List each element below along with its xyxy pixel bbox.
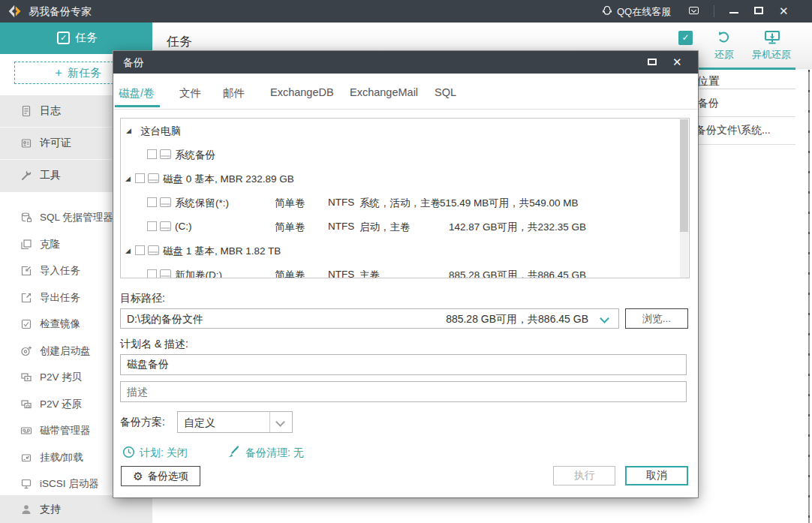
execute-label: 执行	[574, 469, 595, 482]
dialog-title: 备份	[123, 56, 144, 70]
tree-scrollbar-thumb[interactable]	[680, 119, 688, 232]
target-path-label: 目标路径:	[120, 292, 165, 305]
new-task-label: 新任务	[68, 66, 101, 80]
tree-scrollbar[interactable]	[680, 119, 688, 278]
dialog-close-button[interactable]: ✕	[672, 56, 682, 69]
volume-flags: 系统，活动，主卷	[359, 197, 441, 210]
scheme-chevron-area[interactable]	[269, 412, 292, 432]
sidebar-item-iscsi-label: iSCSI 启动器	[40, 477, 99, 491]
schedule-status[interactable]: 计划: 关闭	[140, 446, 188, 460]
tape-manager-icon	[20, 425, 32, 437]
cancel-label: 取消	[646, 469, 667, 482]
close-button[interactable]: ✕	[779, 5, 789, 18]
target-dropdown-chevron-icon[interactable]	[600, 314, 609, 323]
wrench-icon	[20, 170, 32, 182]
plus-icon: ＋	[53, 65, 65, 81]
sidebar-item-create-bootdisk-label: 创建启动盘	[40, 344, 91, 358]
sidebar-item-import-task-label: 导入任务	[40, 264, 80, 278]
sidebar-item-sql-credentials-label: SQL 凭据管理器	[40, 211, 113, 224]
volume-icon	[159, 269, 172, 278]
expand-arrow-icon[interactable]: ◢	[125, 175, 131, 182]
dialog-maximize-button[interactable]	[648, 59, 657, 65]
source-tree: ◢ 这台电脑 系统备份 ◢ 磁盘 0 基本, MBR 232.89 GB	[120, 118, 690, 278]
titlebar-dropdown-button[interactable]	[689, 7, 699, 14]
plan-name-desc-label: 计划名 & 描述:	[120, 338, 188, 351]
volume-fs: NTFS	[328, 197, 354, 208]
disk-icon	[147, 245, 160, 256]
export-task-icon	[20, 292, 32, 304]
maximize-button[interactable]	[754, 7, 763, 14]
sidebar-item-check-image-label: 检查镜像	[40, 317, 80, 331]
d-drive-checkbox[interactable]	[147, 269, 157, 278]
tree-computer-label: 这台电脑	[140, 125, 181, 138]
backup-scheme-select[interactable]: 自定义	[177, 411, 293, 433]
cleanup-status[interactable]: 备份清理: 无	[245, 446, 304, 460]
restore-label[interactable]: 还原	[708, 48, 740, 62]
schedule-clock-icon	[122, 446, 135, 458]
tab-sql[interactable]: SQL	[435, 86, 456, 98]
tree-disk1-label: 磁盘 1 基本, MBR 1.82 TB	[163, 245, 281, 258]
browse-button[interactable]: 浏览...	[625, 308, 688, 329]
tree-disk0-label: 磁盘 0 基本, MBR 232.89 GB	[163, 173, 294, 186]
sql-credentials-icon	[20, 212, 32, 224]
dialog-titlebar: 备份 ✕	[113, 51, 698, 74]
tab-exchangedb[interactable]: ExchangeDB	[270, 86, 334, 98]
log-icon	[20, 105, 32, 117]
qq-service-label[interactable]: QQ在线客服	[617, 5, 671, 19]
clone-icon	[20, 239, 32, 251]
disk-icon	[159, 149, 172, 160]
c-drive-checkbox[interactable]	[147, 221, 157, 231]
tab-mail[interactable]: 邮件	[223, 86, 245, 101]
volume-name: 系统保留(*:)	[175, 197, 229, 210]
p2v-restore-icon	[20, 398, 32, 410]
volume-name: 新加卷(D:)	[175, 269, 222, 278]
disk0-checkbox[interactable]	[135, 173, 145, 183]
app-logo-icon	[8, 4, 23, 19]
disk-icon	[147, 173, 160, 184]
tabs-separator	[113, 109, 698, 110]
license-icon	[20, 137, 32, 149]
browse-label: 浏览...	[642, 312, 671, 326]
volume-type: 简单卷	[275, 269, 305, 278]
expand-arrow-icon[interactable]: ◢	[126, 127, 131, 134]
volume-size: 885.28 GB可用，共886.45 GB	[449, 269, 586, 278]
create-bootdisk-icon	[20, 345, 32, 357]
page-title: 任务	[167, 33, 192, 50]
backup-options-button[interactable]: ⚙ 备份选项	[121, 466, 200, 486]
tab-files[interactable]: 文件	[179, 86, 201, 101]
offsite-restore-label[interactable]: 异机还原	[747, 48, 795, 62]
offsite-restore-icon[interactable]	[762, 30, 782, 45]
sidebar-item-tasks[interactable]: ✓ 任务	[0, 23, 152, 54]
description-input[interactable]	[120, 381, 687, 402]
cancel-button[interactable]: 取消	[625, 466, 688, 485]
sidebar-item-support-label: 支持	[40, 503, 61, 516]
volume-size: 142.87 GB可用，共232.35 GB	[449, 221, 586, 234]
backup-scheme-value: 自定义	[184, 416, 215, 430]
tab-disk-volume[interactable]: 磁盘/卷	[119, 86, 155, 101]
minimize-button[interactable]	[729, 12, 738, 14]
window-titlebar: 易我备份专家 QQ在线客服 ✕	[0, 0, 812, 23]
target-path-value: D:\我的备份文件	[127, 313, 203, 326]
target-path-field[interactable]: D:\我的备份文件 885.28 GB可用，共886.45 GB	[120, 308, 619, 329]
sidebar-item-tasks-label: 任务	[75, 31, 98, 45]
sidebar-item-mount-unmount-label: 挂载/卸载	[40, 451, 83, 464]
sidebar-item-support[interactable]: 支持	[0, 495, 152, 523]
volume-icon	[159, 197, 172, 208]
tree-system-backup-label: 系统备份	[175, 149, 215, 162]
system-backup-checkbox[interactable]	[147, 149, 157, 159]
volume-fs: NTFS	[328, 269, 354, 278]
target-free-space: 885.28 GB可用，共886.45 GB	[446, 313, 588, 326]
system-reserved-checkbox[interactable]	[147, 197, 157, 207]
restore-icon[interactable]	[717, 30, 731, 44]
plan-name-input[interactable]	[120, 354, 687, 375]
backup-toolbar-icon[interactable]: ✓	[678, 31, 693, 45]
execute-button[interactable]: 执行	[553, 466, 615, 485]
expand-arrow-icon[interactable]: ◢	[125, 247, 131, 254]
active-tab-underline	[115, 105, 160, 107]
import-task-icon	[20, 265, 32, 277]
main-right-edge-line	[808, 70, 810, 523]
sidebar-item-clone-label: 克隆	[40, 238, 60, 251]
disk1-checkbox[interactable]	[135, 245, 145, 255]
tab-exchangemail[interactable]: ExchangeMail	[350, 86, 418, 98]
support-person-icon	[20, 503, 32, 515]
